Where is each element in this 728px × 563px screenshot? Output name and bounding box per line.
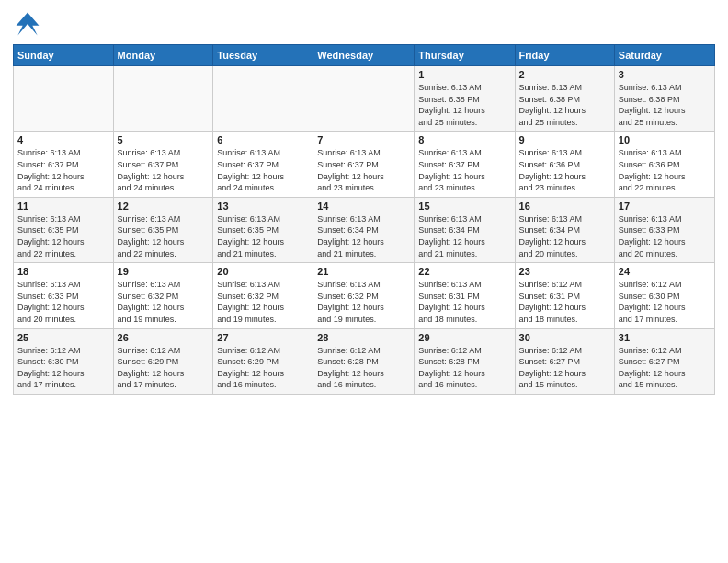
day-info: Sunrise: 6:12 AM Sunset: 6:28 PM Dayligh… (317, 345, 410, 391)
calendar-cell: 23Sunrise: 6:12 AM Sunset: 6:31 PM Dayli… (515, 263, 614, 328)
day-info: Sunrise: 6:13 AM Sunset: 6:36 PM Dayligh… (519, 147, 610, 193)
day-number: 6 (217, 134, 309, 145)
calendar-cell: 16Sunrise: 6:13 AM Sunset: 6:34 PM Dayli… (515, 197, 614, 262)
calendar-cell: 5Sunrise: 6:13 AM Sunset: 6:37 PM Daylig… (113, 132, 213, 197)
day-info: Sunrise: 6:13 AM Sunset: 6:37 PM Dayligh… (118, 147, 210, 193)
week-row-5: 25Sunrise: 6:12 AM Sunset: 6:30 PM Dayli… (14, 328, 715, 394)
day-info: Sunrise: 6:12 AM Sunset: 6:30 PM Dayligh… (619, 279, 711, 325)
day-info: Sunrise: 6:13 AM Sunset: 6:31 PM Dayligh… (418, 279, 510, 325)
day-number: 7 (317, 134, 410, 145)
calendar-cell: 8Sunrise: 6:13 AM Sunset: 6:37 PM Daylig… (415, 132, 515, 197)
calendar-cell: 24Sunrise: 6:12 AM Sunset: 6:30 PM Dayli… (614, 263, 714, 328)
calendar-cell: 31Sunrise: 6:12 AM Sunset: 6:27 PM Dayli… (614, 328, 714, 394)
header (13, 9, 715, 39)
day-number: 27 (217, 332, 309, 343)
day-info: Sunrise: 6:13 AM Sunset: 6:38 PM Dayligh… (619, 82, 711, 128)
day-info: Sunrise: 6:13 AM Sunset: 6:32 PM Dayligh… (317, 279, 410, 325)
day-number: 23 (519, 266, 610, 277)
calendar-header: SundayMondayTuesdayWednesdayThursdayFrid… (14, 45, 715, 66)
calendar-cell: 27Sunrise: 6:12 AM Sunset: 6:29 PM Dayli… (213, 328, 313, 394)
calendar-cell: 21Sunrise: 6:13 AM Sunset: 6:32 PM Dayli… (313, 263, 415, 328)
day-number: 21 (317, 266, 410, 277)
day-number: 3 (619, 69, 711, 80)
day-info: Sunrise: 6:13 AM Sunset: 6:37 PM Dayligh… (17, 147, 109, 193)
day-of-week-sunday: Sunday (14, 45, 114, 66)
day-number: 11 (17, 201, 109, 212)
calendar-cell: 4Sunrise: 6:13 AM Sunset: 6:37 PM Daylig… (14, 132, 114, 197)
calendar-cell: 29Sunrise: 6:12 AM Sunset: 6:28 PM Dayli… (415, 328, 515, 394)
day-number: 9 (519, 134, 610, 145)
calendar-cell: 22Sunrise: 6:13 AM Sunset: 6:31 PM Dayli… (415, 263, 515, 328)
calendar-cell: 20Sunrise: 6:13 AM Sunset: 6:32 PM Dayli… (213, 263, 313, 328)
day-number: 17 (619, 201, 711, 212)
calendar-cell: 2Sunrise: 6:13 AM Sunset: 6:38 PM Daylig… (515, 66, 614, 132)
day-number: 30 (519, 332, 610, 343)
day-number: 14 (317, 201, 410, 212)
calendar-cell: 25Sunrise: 6:12 AM Sunset: 6:30 PM Dayli… (14, 328, 114, 394)
day-info: Sunrise: 6:13 AM Sunset: 6:34 PM Dayligh… (418, 213, 510, 259)
day-info: Sunrise: 6:13 AM Sunset: 6:37 PM Dayligh… (317, 147, 410, 193)
calendar-cell: 26Sunrise: 6:12 AM Sunset: 6:29 PM Dayli… (113, 328, 213, 394)
calendar-cell: 11Sunrise: 6:13 AM Sunset: 6:35 PM Dayli… (14, 197, 114, 262)
day-number: 10 (619, 134, 711, 145)
week-row-1: 1Sunrise: 6:13 AM Sunset: 6:38 PM Daylig… (14, 66, 715, 132)
day-info: Sunrise: 6:13 AM Sunset: 6:33 PM Dayligh… (619, 213, 711, 259)
calendar-cell: 10Sunrise: 6:13 AM Sunset: 6:36 PM Dayli… (614, 132, 714, 197)
day-info: Sunrise: 6:12 AM Sunset: 6:27 PM Dayligh… (519, 345, 610, 391)
day-number: 2 (519, 69, 610, 80)
week-row-3: 11Sunrise: 6:13 AM Sunset: 6:35 PM Dayli… (14, 197, 715, 262)
day-number: 26 (118, 332, 210, 343)
day-number: 24 (619, 266, 711, 277)
week-row-4: 18Sunrise: 6:13 AM Sunset: 6:33 PM Dayli… (14, 263, 715, 328)
day-number: 18 (17, 266, 109, 277)
day-number: 29 (418, 332, 510, 343)
page: SundayMondayTuesdayWednesdayThursdayFrid… (0, 0, 728, 563)
day-number: 1 (418, 69, 510, 80)
week-row-2: 4Sunrise: 6:13 AM Sunset: 6:37 PM Daylig… (14, 132, 715, 197)
day-number: 25 (17, 332, 109, 343)
calendar-cell (14, 66, 114, 132)
calendar-cell (313, 66, 415, 132)
calendar-cell: 15Sunrise: 6:13 AM Sunset: 6:34 PM Dayli… (415, 197, 515, 262)
day-of-week-saturday: Saturday (614, 45, 714, 66)
day-info: Sunrise: 6:13 AM Sunset: 6:34 PM Dayligh… (317, 213, 410, 259)
calendar-body: 1Sunrise: 6:13 AM Sunset: 6:38 PM Daylig… (14, 66, 715, 395)
day-info: Sunrise: 6:13 AM Sunset: 6:34 PM Dayligh… (519, 213, 610, 259)
calendar-cell: 17Sunrise: 6:13 AM Sunset: 6:33 PM Dayli… (614, 197, 714, 262)
calendar-cell: 18Sunrise: 6:13 AM Sunset: 6:33 PM Dayli… (14, 263, 114, 328)
day-info: Sunrise: 6:13 AM Sunset: 6:35 PM Dayligh… (118, 213, 210, 259)
day-info: Sunrise: 6:13 AM Sunset: 6:35 PM Dayligh… (17, 213, 109, 259)
day-number: 13 (217, 201, 309, 212)
day-number: 16 (519, 201, 610, 212)
day-number: 5 (118, 134, 210, 145)
day-info: Sunrise: 6:12 AM Sunset: 6:29 PM Dayligh… (118, 345, 210, 391)
day-of-week-monday: Monday (113, 45, 213, 66)
day-info: Sunrise: 6:13 AM Sunset: 6:36 PM Dayligh… (619, 147, 711, 193)
day-info: Sunrise: 6:12 AM Sunset: 6:31 PM Dayligh… (519, 279, 610, 325)
logo-icon (13, 9, 42, 39)
svg-marker-0 (17, 13, 40, 36)
day-info: Sunrise: 6:12 AM Sunset: 6:28 PM Dayligh… (418, 345, 510, 391)
day-of-week-thursday: Thursday (415, 45, 515, 66)
day-info: Sunrise: 6:13 AM Sunset: 6:38 PM Dayligh… (519, 82, 610, 128)
day-info: Sunrise: 6:13 AM Sunset: 6:37 PM Dayligh… (217, 147, 309, 193)
calendar-table: SundayMondayTuesdayWednesdayThursdayFrid… (13, 44, 715, 395)
day-number: 28 (317, 332, 410, 343)
calendar-cell: 12Sunrise: 6:13 AM Sunset: 6:35 PM Dayli… (113, 197, 213, 262)
calendar-cell: 1Sunrise: 6:13 AM Sunset: 6:38 PM Daylig… (415, 66, 515, 132)
day-number: 20 (217, 266, 309, 277)
day-info: Sunrise: 6:13 AM Sunset: 6:33 PM Dayligh… (17, 279, 109, 325)
day-header-row: SundayMondayTuesdayWednesdayThursdayFrid… (14, 45, 715, 66)
logo (13, 9, 46, 39)
calendar-cell: 3Sunrise: 6:13 AM Sunset: 6:38 PM Daylig… (614, 66, 714, 132)
calendar-cell: 7Sunrise: 6:13 AM Sunset: 6:37 PM Daylig… (313, 132, 415, 197)
day-of-week-friday: Friday (515, 45, 614, 66)
day-info: Sunrise: 6:13 AM Sunset: 6:37 PM Dayligh… (418, 147, 510, 193)
calendar-cell: 28Sunrise: 6:12 AM Sunset: 6:28 PM Dayli… (313, 328, 415, 394)
calendar-cell: 9Sunrise: 6:13 AM Sunset: 6:36 PM Daylig… (515, 132, 614, 197)
day-number: 4 (17, 134, 109, 145)
day-info: Sunrise: 6:12 AM Sunset: 6:29 PM Dayligh… (217, 345, 309, 391)
day-info: Sunrise: 6:12 AM Sunset: 6:30 PM Dayligh… (17, 345, 109, 391)
day-info: Sunrise: 6:13 AM Sunset: 6:38 PM Dayligh… (418, 82, 510, 128)
day-info: Sunrise: 6:13 AM Sunset: 6:32 PM Dayligh… (118, 279, 210, 325)
